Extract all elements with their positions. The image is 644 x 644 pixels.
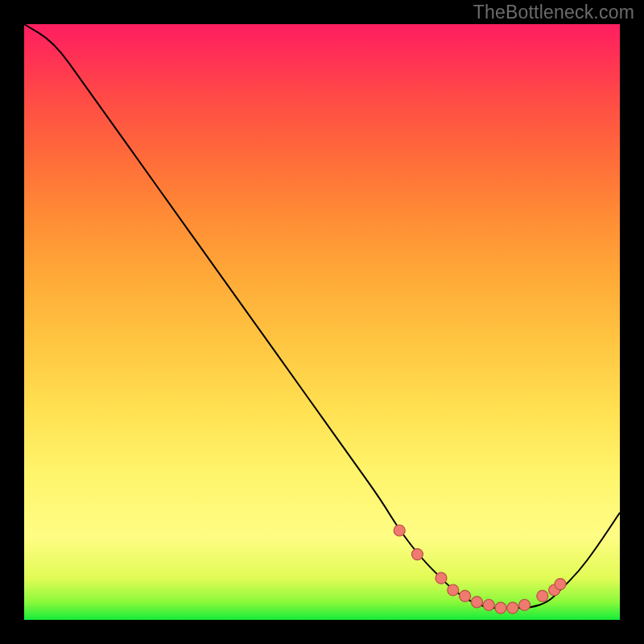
bottleneck-curve-path [24, 24, 620, 608]
curve-marker [411, 549, 423, 560]
curve-marker [507, 602, 518, 613]
curve-marker [537, 590, 548, 601]
curve-marker [495, 602, 506, 613]
curve-marker [483, 600, 494, 611]
marker-group [394, 525, 566, 613]
curve-marker [436, 572, 447, 584]
curve-marker [460, 590, 471, 601]
chart-svg [24, 24, 620, 620]
curve-marker [519, 600, 530, 611]
chart-frame: TheBottleneck.com [0, 0, 644, 644]
curve-marker [394, 525, 405, 536]
curve-marker [471, 597, 482, 608]
curve-marker [555, 579, 566, 590]
curve-marker [448, 584, 459, 596]
watermark-text: TheBottleneck.com [473, 2, 634, 23]
